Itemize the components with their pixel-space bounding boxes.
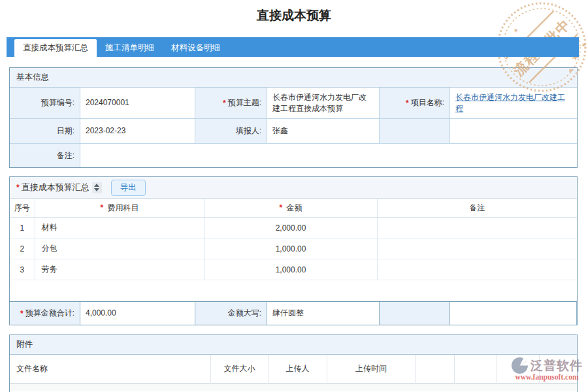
total-amount-value: 4,000.00 [80, 302, 195, 325]
vendor-name: 泛普软件 [531, 357, 583, 374]
project-name-value: 长春市伊通河水力发电厂改建工程 [450, 88, 577, 119]
total-amount-label: * 预算金额合计: [10, 302, 80, 325]
page: 直接成本预算 流程审批中 ★ ★ ★ ★ ★ ★ 直接成本预算汇总 施工清单明细… [0, 0, 588, 392]
summary-title: 直接成本预算汇总 [22, 182, 90, 193]
table-row: 2 分包 1,000.00 [10, 238, 577, 259]
date-value: 2023-02-23 [80, 119, 195, 144]
col-empty [416, 355, 455, 384]
summary-table: 序号 * 费用科目 * 金额 备注 1 材料 2,000.00 2 分包 [10, 199, 577, 280]
col-upload-time: 上传时间 [327, 355, 416, 384]
attachments-empty-row [10, 384, 577, 391]
col-file-size: 文件大小 [211, 355, 269, 384]
required-asterisk: * [406, 99, 409, 108]
date-label: 日期: [10, 119, 80, 144]
reporter-value: 张鑫 [267, 119, 380, 144]
row-amount: 1,000.00 [204, 259, 377, 280]
col-remark: 备注 [377, 199, 577, 218]
vendor-logo: 泛普软件 www.fanpusoft.com [511, 357, 583, 381]
budget-no-value: 2024070001 [80, 88, 195, 119]
budget-subject-value: 长春市伊通河水力发电厂改建工程直接成本预算 [267, 88, 380, 119]
col-seq: 序号 [10, 199, 35, 218]
row-subject: 劳务 [35, 259, 204, 280]
project-link[interactable]: 长春市伊通河水力发电厂改建工程 [455, 92, 572, 113]
row-amount: 2,000.00 [204, 218, 377, 238]
required-asterisk: * [16, 183, 20, 192]
budget-no-label: 预算编号: [10, 88, 80, 119]
col-file-name: 文件名称 [10, 355, 211, 384]
required-asterisk: * [20, 309, 24, 318]
row-subject: 材料 [35, 218, 204, 238]
summary-table-header: 序号 * 费用科目 * 金额 备注 [10, 199, 577, 218]
vendor-url: www.fanpusoft.com [515, 373, 578, 381]
cost-summary-section: * 直接成本预算汇总 导出 序号 * 费用科目 * 金额 备注 [9, 176, 578, 325]
amount-in-words-label: 金额大写: [195, 302, 267, 325]
row-amount: 1,000.00 [204, 238, 377, 259]
col-amount: * 金额 [204, 199, 377, 218]
col-expense-subject: * 费用科目 [35, 199, 204, 218]
row-subject: 分包 [35, 238, 204, 259]
empty-label-cell [380, 119, 450, 144]
budget-subject-label: * 预算主题: [195, 88, 267, 119]
attachments-table-header: 文件名称 文件大小 上传人 上传时间 [10, 355, 577, 384]
svg-text:★: ★ [512, 26, 520, 35]
amount-in-words-value: 肆仟圆整 [267, 302, 380, 325]
basic-info-row-2: 日期: 2023-02-23 填报人: 张鑫 [10, 119, 577, 144]
attachments-header: 附件 [10, 335, 577, 355]
row-seq: 2 [10, 238, 35, 259]
empty-label-cell [380, 302, 450, 325]
attachments-section: 附件 文件名称 文件大小 上传人 上传时间 [9, 335, 578, 392]
required-asterisk: * [279, 203, 282, 212]
export-button[interactable]: 导出 [111, 180, 146, 196]
row-remark [377, 259, 577, 280]
col-uploader: 上传人 [269, 355, 327, 384]
project-name-label: * 项目名称: [380, 88, 450, 119]
tab-construction-list-detail[interactable]: 施工清单明细 [97, 39, 163, 57]
required-asterisk: * [100, 203, 103, 212]
sort-toggle-icon[interactable] [92, 182, 102, 193]
summary-totals-row: * 预算金额合计: 4,000.00 金额大写: 肆仟圆整 [10, 301, 577, 325]
row-remark [377, 218, 577, 238]
empty-value-cell [450, 119, 577, 144]
page-title: 直接成本预算 [0, 7, 588, 24]
tab-bar: 直接成本预算汇总 施工清单明细 材料设备明细 [7, 37, 579, 57]
tab-material-equipment-detail[interactable]: 材料设备明细 [163, 39, 229, 57]
remark-label: 备注: [10, 144, 80, 167]
remark-value [80, 144, 577, 167]
reporter-label: 填报人: [195, 119, 267, 144]
table-row: 3 劳务 1,000.00 [10, 259, 577, 280]
basic-info-section: 基本信息 预算编号: 2024070001 * 预算主题: 长春市伊通河水力发电… [9, 67, 578, 168]
basic-info-row-1: 预算编号: 2024070001 * 预算主题: 长春市伊通河水力发电厂改建工程… [10, 88, 577, 119]
required-asterisk: * [223, 99, 226, 108]
row-seq: 1 [10, 218, 35, 238]
row-seq: 3 [10, 259, 35, 280]
summary-toolbar: * 直接成本预算汇总 导出 [10, 177, 577, 199]
vendor-logo-icon [511, 357, 529, 374]
basic-info-row-3: 备注: [10, 144, 577, 167]
svg-text:★: ★ [580, 41, 588, 49]
tab-direct-cost-summary[interactable]: 直接成本预算汇总 [14, 39, 97, 57]
empty-value-cell [450, 302, 577, 325]
col-empty [455, 355, 497, 384]
table-row: 1 材料 2,000.00 [10, 218, 577, 238]
summary-table-body: 1 材料 2,000.00 2 分包 1,000.00 3 劳务 1,000.0… [10, 218, 577, 280]
basic-info-header: 基本信息 [10, 68, 577, 88]
row-remark [377, 238, 577, 259]
